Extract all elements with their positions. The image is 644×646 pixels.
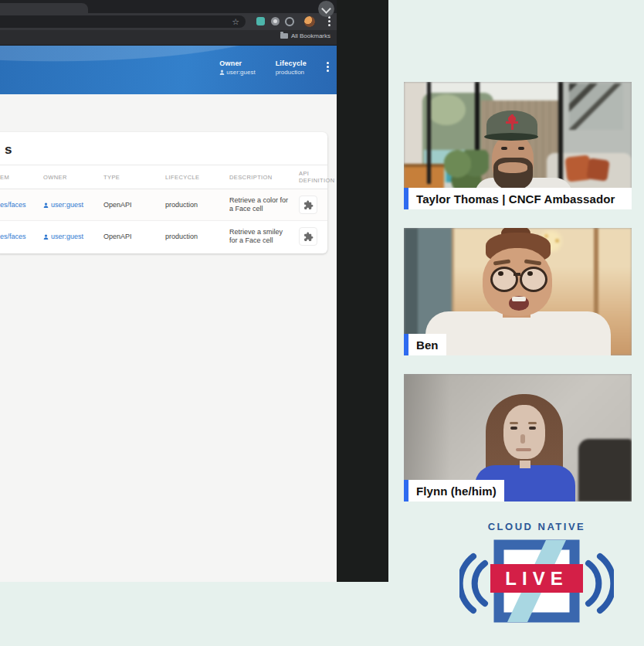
table-row: es/faces user:guest OpenAPI production R… bbox=[0, 189, 327, 221]
backstage-header: Owner user:guest Lifecycle production bbox=[0, 46, 337, 94]
folder-icon bbox=[280, 33, 288, 39]
tab-search-chevron-button[interactable] bbox=[318, 1, 334, 17]
cloud-native-live-logo: LIVE bbox=[459, 536, 614, 635]
extensions-menu-icon[interactable] bbox=[285, 17, 294, 26]
person-icon bbox=[219, 70, 225, 75]
name-banner: Ben bbox=[404, 334, 446, 355]
lifecycle-label: Lifecycle bbox=[276, 60, 307, 67]
description-cell: Retrieve a color for a Face cell bbox=[223, 189, 293, 221]
table-header-row: EM OWNER TYPE LIFECYCLE DESCRIPTION API … bbox=[0, 165, 327, 189]
api-definition-button[interactable] bbox=[299, 196, 317, 214]
col-description: DESCRIPTION bbox=[223, 165, 293, 189]
browser-toolbar: ☆ bbox=[0, 13, 337, 30]
extension-puzzle-icon bbox=[303, 200, 314, 210]
owner-link[interactable]: user:guest bbox=[51, 233, 83, 240]
live-text: LIVE bbox=[505, 568, 568, 589]
extension-puzzle-icon bbox=[303, 232, 314, 242]
owner-link[interactable]: user:guest bbox=[51, 201, 83, 209]
cloud-native-wordmark: CLOUD NATIVE bbox=[459, 521, 614, 532]
screen-share-stage: ☆ All Bookmarks Owner user:guest bbox=[0, 0, 388, 582]
table-row: es/faces user:guest OpenAPI production R… bbox=[0, 221, 327, 253]
cap-logo bbox=[506, 114, 518, 130]
system-link[interactable]: es/faces bbox=[0, 201, 26, 209]
person-icon bbox=[43, 202, 49, 208]
lifecycle-value: production bbox=[276, 69, 304, 76]
col-owner: OWNER bbox=[37, 165, 97, 189]
owner-value[interactable]: user:guest bbox=[226, 69, 255, 76]
header-lifecycle-block: Lifecycle production bbox=[276, 60, 307, 76]
system-link[interactable]: es/faces bbox=[0, 233, 26, 240]
col-api-definition: API DEFINITION bbox=[293, 165, 327, 189]
header-owner-block: Owner user:guest bbox=[219, 60, 255, 76]
lifecycle-cell: production bbox=[159, 221, 223, 253]
browser-tab-strip bbox=[0, 0, 337, 13]
bookmark-star-icon[interactable]: ☆ bbox=[232, 16, 239, 27]
bookmarks-bar: All Bookmarks bbox=[0, 30, 337, 46]
chevron-down-icon bbox=[321, 4, 331, 14]
type-cell: OpenAPI bbox=[97, 189, 159, 221]
all-bookmarks-label: All Bookmarks bbox=[291, 32, 330, 39]
extension-icon-teal[interactable] bbox=[256, 17, 265, 26]
col-system: EM bbox=[0, 165, 37, 189]
browser-window: ☆ All Bookmarks Owner user:guest bbox=[0, 0, 337, 582]
col-type: TYPE bbox=[97, 165, 159, 189]
backstage-page: s EM OWNER TYPE LIFECYCLE DESCRIPTION AP… bbox=[0, 94, 337, 582]
extension-icon-gray[interactable] bbox=[271, 17, 280, 26]
header-menu-icon[interactable] bbox=[327, 62, 329, 73]
col-lifecycle: LIFECYCLE bbox=[159, 165, 223, 189]
apis-table: EM OWNER TYPE LIFECYCLE DESCRIPTION API … bbox=[0, 165, 327, 252]
participant-name: Ben bbox=[408, 334, 446, 355]
api-definition-button[interactable] bbox=[299, 227, 317, 246]
webcam-video-taylor: Taylor Thomas | CNCF Ambassador bbox=[404, 82, 632, 209]
name-banner: Flynn (he/him) bbox=[404, 480, 504, 502]
browser-active-tab[interactable] bbox=[0, 3, 88, 13]
description-cell: Retrieve a smiley for a Face cell bbox=[223, 221, 293, 253]
webcam-video-flynn: Flynn (he/him) bbox=[404, 374, 632, 502]
participant-name: Taylor Thomas | CNCF Ambassador bbox=[408, 188, 632, 209]
browser-menu-icon[interactable] bbox=[328, 16, 331, 27]
participant-name: Flynn (he/him) bbox=[408, 480, 504, 502]
all-bookmarks-button[interactable]: All Bookmarks bbox=[280, 32, 330, 39]
address-bar[interactable]: ☆ bbox=[0, 15, 246, 28]
apis-card-heading: s bbox=[0, 132, 327, 165]
webcam-video-ben: Ben bbox=[404, 228, 632, 355]
type-cell: OpenAPI bbox=[97, 221, 159, 253]
owner-label: Owner bbox=[219, 60, 255, 67]
name-banner: Taylor Thomas | CNCF Ambassador bbox=[404, 188, 632, 209]
lifecycle-cell: production bbox=[159, 189, 223, 221]
apis-card: s EM OWNER TYPE LIFECYCLE DESCRIPTION AP… bbox=[0, 132, 327, 253]
browser-profile-avatar[interactable] bbox=[304, 16, 315, 27]
person-icon bbox=[43, 234, 49, 240]
